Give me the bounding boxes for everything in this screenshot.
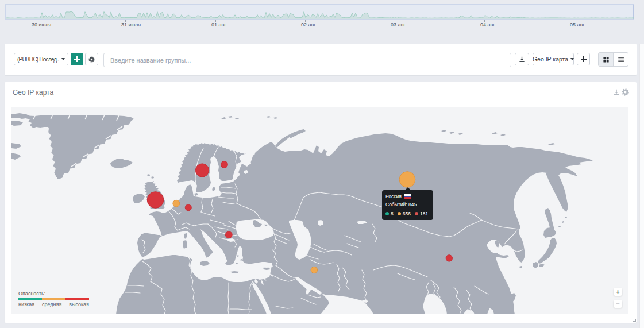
timeline-tick-label: 03 авг. (391, 22, 406, 28)
land-polygon (11, 121, 23, 126)
group-select-dropdown[interactable]: (PUBLIC) Послед... (14, 53, 68, 65)
timeline-tick-label: 05 авг. (570, 22, 585, 28)
map-tooltip: Россия Событий: 845 8 656 181 (382, 190, 433, 220)
tooltip-country-row: Россия (385, 194, 430, 199)
land-polygon (147, 174, 150, 176)
export-dashboard-button[interactable] (515, 53, 529, 65)
map-marker-china[interactable] (446, 255, 452, 261)
tooltip-high-count: 181 (420, 211, 428, 217)
widget-select-dropdown[interactable]: Geo IP карта (533, 53, 574, 65)
legend-color-bar (18, 298, 89, 300)
land-polygon (519, 266, 522, 268)
land-polygon (151, 176, 154, 179)
map-marker-bulgaria[interactable] (225, 231, 232, 238)
land-polygon (533, 262, 538, 268)
low-severity-dot (385, 212, 389, 215)
world-map-svg (11, 107, 628, 314)
widget-title: Geo IP карта (13, 88, 53, 97)
land-polygon (235, 118, 239, 119)
map-zoom-in-button[interactable]: + (614, 288, 622, 296)
map-marker-united-kingdom[interactable] (147, 192, 164, 209)
chevron-down-icon (570, 58, 574, 60)
map-marker-sweden[interactable] (195, 164, 209, 177)
add-widget-button[interactable] (577, 53, 590, 65)
legend-medium-label: средняя (42, 302, 61, 307)
severity-legend: Опасность: низкая средняя высокая (18, 291, 89, 307)
russia-flag-icon (404, 194, 411, 199)
group-select-label: (PUBLIC) Послед... (17, 56, 59, 63)
map-marker-iran[interactable] (311, 267, 317, 273)
chevron-down-icon (61, 58, 65, 60)
land-polygon (441, 130, 446, 132)
land-polygon (492, 132, 498, 134)
land-polygon (11, 153, 21, 160)
land-polygon (500, 134, 506, 136)
land-polygon (221, 117, 226, 119)
download-icon (519, 56, 525, 63)
vertical-scrollbar[interactable] (639, 44, 644, 328)
legend-title: Опасность: (18, 291, 89, 296)
tooltip-arrow (405, 187, 411, 190)
land-polygon (228, 116, 233, 118)
timeline-brush-area[interactable] (5, 4, 634, 20)
map-marker-finland[interactable] (221, 161, 228, 168)
medium-severity-dot (398, 212, 401, 215)
dashboard-toolbar: (PUBLIC) Послед... Geo IP карта (5, 44, 637, 75)
land-polygon (458, 133, 463, 135)
timeline-area-chart (6, 5, 634, 19)
grid-view-icon (603, 57, 609, 63)
grid-view-button[interactable] (599, 53, 613, 66)
land-polygon (194, 193, 198, 196)
tooltip-medium-count: 656 (403, 211, 411, 217)
plus-icon (74, 56, 80, 62)
tooltip-low-count: 8 (391, 211, 394, 217)
widget-settings-button[interactable] (622, 88, 629, 98)
map-marker-netherlands[interactable] (173, 200, 180, 207)
timeline-tick-label: 02 авг. (301, 22, 317, 28)
geoip-world-map[interactable] (11, 107, 628, 314)
view-mode-toggle (598, 52, 628, 67)
widget-select-label: Geo IP карта (533, 56, 568, 63)
list-view-button[interactable] (613, 53, 628, 66)
land-polygon (289, 129, 306, 138)
legend-low-color (18, 298, 42, 300)
widget-resize-handle[interactable] (633, 319, 636, 322)
tooltip-country: Россия (385, 194, 402, 199)
add-group-button[interactable] (71, 53, 83, 65)
land-polygon (11, 143, 21, 149)
plus-icon (581, 56, 587, 62)
group-name-input[interactable] (103, 53, 511, 67)
land-polygon (539, 264, 545, 267)
timeline-tick-label: 31 июля (121, 22, 141, 28)
land-polygon (133, 194, 145, 203)
land-polygon (110, 159, 133, 168)
land-polygon (565, 217, 567, 218)
legend-labels-row: низкая средняя высокая (18, 302, 89, 307)
land-polygon (543, 227, 556, 238)
legend-high-label: высокая (69, 302, 89, 307)
timeline-tick-label: 30 июля (32, 22, 51, 28)
land-polygon (275, 134, 291, 148)
land-polygon (267, 116, 271, 118)
land-polygon (449, 132, 454, 134)
widget-export-button[interactable] (613, 88, 620, 98)
land-polygon (548, 143, 555, 145)
land-polygon (14, 115, 134, 179)
map-marker-russia[interactable] (399, 172, 415, 188)
group-settings-button[interactable] (85, 53, 98, 65)
list-view-icon (618, 57, 624, 63)
map-marker-germany[interactable] (185, 204, 191, 211)
gear-icon (88, 56, 95, 63)
download-icon (613, 89, 620, 96)
tooltip-severity-counts-row: 8 656 181 (385, 211, 430, 217)
timeline-tick-label: 04 авг. (480, 22, 496, 28)
land-polygon (562, 221, 564, 223)
land-polygon (273, 117, 277, 119)
land-polygon (558, 226, 561, 227)
legend-low-label: низкая (18, 302, 34, 307)
gear-icon (622, 88, 629, 96)
land-polygon (212, 187, 215, 191)
timeline-tick-label: 01 авг. (211, 22, 227, 28)
map-zoom-out-button[interactable]: − (614, 300, 622, 308)
flag-stripe-red (404, 197, 411, 199)
